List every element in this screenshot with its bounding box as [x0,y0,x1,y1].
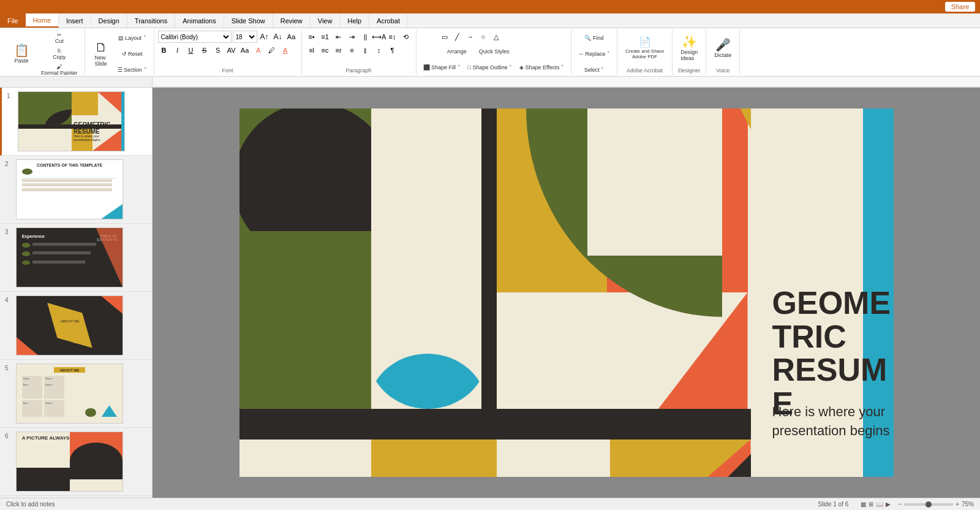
ruler-svg [153,77,980,87]
ribbon: File Home Insert Design Transitions Anim… [0,13,980,77]
slide-thumb-2[interactable]: 2 CONTENTS OF THIS TEMPLATE [0,156,152,224]
font-size-select[interactable]: 18 [233,31,257,43]
zoom-slider[interactable] [904,503,953,506]
ruler-area [0,77,980,88]
shape-fill-button[interactable]: ⬛ Shape Fill ˅ [420,60,464,75]
shape-arrow-btn[interactable]: → [464,31,477,43]
group-slides: 🗋 NewSlide ▤ Layout ˅ ↺ Reset ☰ Section … [85,29,154,75]
slide-preview-2: CONTENTS OF THIS TEMPLATE [16,159,123,219]
view-reading-btn[interactable]: 📖 [876,501,883,508]
main-area: 1 GEOMETRICRESUME Here is where yourpres… [0,88,980,498]
align-center-btn[interactable]: ≡c [319,44,331,56]
voice-label: Voice [710,66,736,74]
col-btn[interactable]: ⫿ [360,44,372,56]
tab-help[interactable]: Help [340,13,369,28]
svg-rect-0 [153,77,980,87]
adobe-label: Adobe Acrobat [621,66,668,74]
shape-triangle-btn[interactable]: △ [490,31,502,43]
line-spacing-btn[interactable]: ↕ [373,44,385,56]
group-clipboard: 📋 Paste ✂ Cut ⎘ Copy 🖌 Format Painter Cl… [2,29,85,75]
slide-canvas[interactable]: GEOMETRIC RESUME Here is where your pres… [239,108,894,477]
tab-insert[interactable]: Insert [59,13,91,28]
font-color-btn[interactable]: A [252,44,265,56]
tab-animations[interactable]: Animations [175,13,224,28]
highlight-btn[interactable]: 🖊 [266,44,278,56]
shape-effects-button[interactable]: ◈ Shape Effects ˅ [516,60,567,75]
slide-preview-6: A PICTURE ALWAYS [16,432,123,492]
col-break-btn[interactable]: || [360,31,372,43]
cut-button[interactable]: ✂ Cut [38,31,81,45]
select-button[interactable]: Select ˅ [581,63,608,77]
group-designer: ✨ DesignIdeas Designer [673,29,706,75]
strikethrough-button[interactable]: S [198,44,211,56]
group-editing: 🔍 Find ↔ Replace ˅ Select ˅ Editing [571,29,617,75]
slide-thumb-6[interactable]: 6 A PICTURE ALWAYS [0,428,152,496]
view-sorter-btn[interactable]: ⊞ [869,501,873,508]
tab-transitions[interactable]: Transitions [127,13,175,28]
slide-thumb-5[interactable]: 5 ABOUT ME NameBars NatureNature Bars Na… [0,360,152,428]
para-dir-btn[interactable]: ¶ [386,44,399,56]
decrease-font-btn[interactable]: A↓ [272,31,284,43]
tab-design[interactable]: Design [91,13,127,28]
tab-home[interactable]: Home [26,13,59,28]
shape-outline-button[interactable]: □ Shape Outline ˅ [465,60,515,75]
replace-button[interactable]: ↔ Replace ˅ [575,47,613,61]
bold-button[interactable]: B [158,44,170,56]
paste-button[interactable]: 📋 Paste [6,37,37,70]
increase-font-btn[interactable]: A↑ [258,31,271,43]
find-button[interactable]: 🔍 Find [581,31,606,45]
notes-hint[interactable]: Click to add notes [6,501,55,508]
group-adobe: 📄 Create and ShareAdobe PDF Adobe Acroba… [617,29,673,75]
italic-button[interactable]: I [172,44,184,56]
status-bar: Click to add notes Slide 1 of 6 ▦ ⊞ 📖 ▶ … [0,498,980,510]
tab-review[interactable]: Review [273,13,311,28]
font-color-btn2[interactable]: A [279,44,292,56]
shape-line-btn[interactable]: ╱ [451,31,464,43]
share-button[interactable]: Share [945,2,975,12]
underline-button[interactable]: U [185,44,197,56]
view-normal-btn[interactable]: ▦ [861,501,866,508]
dictate-button[interactable]: 🎤 Dictate [710,32,736,65]
quick-styles-button[interactable]: Quick Styles [476,44,513,59]
align-right-btn[interactable]: ≡r [333,44,345,56]
tab-view[interactable]: View [311,13,341,28]
char-spacing-button[interactable]: AV [225,44,238,56]
reset-button[interactable]: ↺ Reset [115,47,150,61]
align-left-btn[interactable]: ≡l [306,44,318,56]
slide-thumb-4[interactable]: 4 ABOUT ME [0,292,152,360]
section-button[interactable]: ☰ Section ˅ [115,63,150,77]
copy-button[interactable]: ⎘ Copy [38,47,81,61]
shape-circle-btn[interactable]: ○ [477,31,489,43]
increase-indent-btn[interactable]: ⇥ [346,31,358,43]
zoom-out-btn[interactable]: − [898,501,902,508]
font-case-btn[interactable]: Aa [239,44,251,56]
justify-btn[interactable]: ≡ [346,44,358,56]
create-share-pdf-button[interactable]: 📄 Create and ShareAdobe PDF [621,32,668,65]
numbering-btn[interactable]: ≡1 [319,31,331,43]
tab-acrobat[interactable]: Acrobat [369,13,408,28]
tab-slideshow[interactable]: Slide Show [224,13,273,28]
slide-title: GEOMETRIC RESUME [772,286,894,420]
view-slideshow-btn[interactable]: ▶ [886,501,891,508]
decrease-indent-btn[interactable]: ⇤ [333,31,345,43]
layout-button[interactable]: ▤ Layout ˅ [115,31,150,45]
new-slide-button[interactable]: 🗋 NewSlide [89,37,113,70]
slide-panel: 1 GEOMETRICRESUME Here is where yourpres… [0,88,153,498]
zoom-in-btn[interactable]: + [956,501,959,508]
clear-format-btn[interactable]: Aa [285,31,298,43]
align-text-btn[interactable]: ≡↕ [386,31,399,43]
design-ideas-button[interactable]: ✨ DesignIdeas [676,32,702,65]
arrange-button[interactable]: Arrange [439,44,475,59]
font-family-select[interactable]: Calibri (Body) [158,31,232,43]
shape-rect-btn[interactable]: ▭ [439,31,451,43]
tab-file[interactable]: File [0,13,26,28]
slide-preview-3: Experience TABLE OFCONTENTS [16,227,123,287]
format-painter-button[interactable]: 🖌 Format Painter [38,63,81,77]
smartart-btn[interactable]: ⟲ [400,31,412,43]
zoom-level: 75% [962,501,974,508]
slide-thumb-3[interactable]: 3 Experience TABLE OFCONTENTS [0,224,152,292]
shadow-button[interactable]: S [212,44,224,56]
slide-thumb-1[interactable]: 1 GEOMETRICRESUME Here is where yourpres… [0,88,152,156]
bullets-btn[interactable]: ≡• [306,31,318,43]
text-direction-btn[interactable]: ⟷A [373,31,385,43]
